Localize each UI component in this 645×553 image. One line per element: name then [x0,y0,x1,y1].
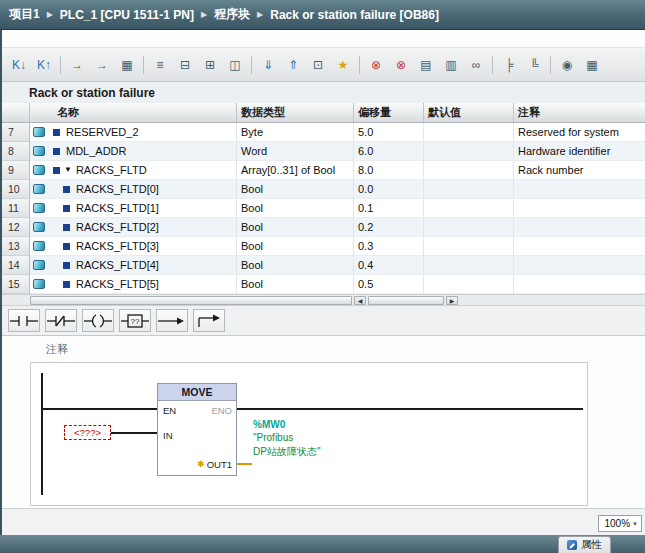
datatype-cell[interactable]: Bool [237,199,354,218]
offset-cell[interactable]: 0.4 [354,256,424,275]
overview-button[interactable]: ▦ [580,54,604,76]
default-value-cell[interactable] [424,256,514,275]
row-number[interactable]: 10 [2,180,30,199]
snapshot-actual-values-button[interactable]: K↑ [32,54,56,76]
default-value-cell[interactable] [424,275,514,294]
header-comment[interactable]: 注释 [514,103,645,122]
default-value-cell[interactable] [424,237,514,256]
import-export-button[interactable]: ▦ [115,54,139,76]
expand-all-button[interactable]: ≡ [148,54,172,76]
row-number[interactable]: 12 [2,218,30,237]
scroll-left-button[interactable]: ◀ [354,296,366,305]
table-row[interactable]: 15 RACKS_FLTD[5] Bool 0.5 [2,275,645,294]
table-row[interactable]: 12 RACKS_FLTD[2] Bool 0.2 [2,218,645,237]
row-number[interactable]: 9 [2,161,30,180]
compare-button[interactable]: ╞ [497,54,521,76]
download-button[interactable]: ⇓ [256,54,280,76]
collapse-all-button[interactable]: ⊟ [173,54,197,76]
datatype-cell[interactable]: Bool [237,218,354,237]
scrollbar-thumb[interactable] [30,296,352,305]
empty-operand-placeholder[interactable]: <???> [64,425,111,440]
row-number[interactable]: 13 [2,237,30,256]
close-branch-button[interactable] [193,309,225,332]
call-structure-button[interactable]: ╚ [522,54,546,76]
row-number[interactable]: 7 [2,123,30,142]
breadcrumb-item-block[interactable]: Rack or station failure [OB86] [270,8,439,22]
move-instruction-box[interactable]: MOVE EN ENO IN ✱ OUT1 [157,383,237,476]
comment-cell[interactable] [514,180,645,199]
datatype-cell[interactable]: Bool [237,237,354,256]
datatype-cell[interactable]: Array[0..31] of Bool [237,161,354,180]
network-comment-label[interactable]: 注释 [46,342,68,357]
offset-cell[interactable]: 6.0 [354,142,424,161]
empty-box-button[interactable]: ?? [119,309,151,332]
scroll-right-button[interactable]: ▶ [446,296,458,305]
row-number[interactable]: 14 [2,256,30,275]
header-datatype[interactable]: 数据类型 [237,103,354,122]
tag-name-cell[interactable]: ▼RACKS_FLTD [30,161,237,180]
breadcrumb-item-project[interactable]: 项目1 [9,6,40,23]
default-value-cell[interactable] [424,218,514,237]
tag-name-cell[interactable]: RACKS_FLTD[5] [30,275,237,294]
comment-cell[interactable]: Hardware identifier [514,142,645,161]
stop-module-button[interactable]: ▥ [439,54,463,76]
properties-tab[interactable]: 属性 [558,536,611,553]
operand-address[interactable]: %MW0 [253,419,285,430]
header-default[interactable]: 默认值 [424,103,514,122]
coil-button[interactable] [82,309,114,332]
zoom-select[interactable]: 100% ▼ [598,515,642,532]
offset-cell[interactable]: 5.0 [354,123,424,142]
datatype-cell[interactable]: Bool [237,180,354,199]
tag-name-cell[interactable]: RACKS_FLTD[3] [30,237,237,256]
table-row[interactable]: 13 RACKS_FLTD[3] Bool 0.3 [2,237,645,256]
default-value-cell[interactable] [424,142,514,161]
table-row[interactable]: 9 ▼RACKS_FLTD Array[0..31] of Bool 8.0 R… [2,161,645,180]
offset-cell[interactable]: 0.5 [354,275,424,294]
comment-cell[interactable] [514,218,645,237]
network-canvas[interactable]: MOVE EN ENO IN ✱ OUT1 <???> %MW0 "Profib… [30,362,588,506]
offset-cell[interactable]: 0.1 [354,199,424,218]
tag-name-cell[interactable]: RACKS_FLTD[0] [30,180,237,199]
upload-button[interactable]: ⇑ [281,54,305,76]
tag-name-cell[interactable]: RACKS_FLTD[2] [30,218,237,237]
table-row[interactable]: 8 MDL_ADDR Word 6.0 Hardware identifier [2,142,645,161]
row-number[interactable]: 15 [2,275,30,294]
default-value-cell[interactable] [424,180,514,199]
absolute-relative-button[interactable]: ⊡ [306,54,330,76]
datatype-cell[interactable]: Word [237,142,354,161]
datatype-cell[interactable]: Bool [237,256,354,275]
favorites-button[interactable]: ★ [331,54,355,76]
offset-cell[interactable]: 0.3 [354,237,424,256]
header-offset[interactable]: 偏移量 [354,103,424,122]
header-name[interactable]: 名称 [30,103,237,122]
tag-name-cell[interactable]: RACKS_FLTD[4] [30,256,237,275]
open-branch-button[interactable] [156,309,188,332]
breadcrumb-item-plc[interactable]: PLC_1 [CPU 1511-1 PN] [60,8,194,22]
expand-caret-icon[interactable]: ▼ [64,166,72,174]
tag-name-cell[interactable]: MDL_ADDR [30,142,237,161]
offset-cell[interactable]: 0.2 [354,218,424,237]
comment-cell[interactable] [514,256,645,275]
table-row[interactable]: 14 RACKS_FLTD[4] Bool 0.4 [2,256,645,275]
comment-cell[interactable] [514,199,645,218]
table-row[interactable]: 11 RACKS_FLTD[1] Bool 0.1 [2,199,645,218]
normally-closed-contact-button[interactable] [45,309,77,332]
table-row[interactable]: 10 RACKS_FLTD[0] Bool 0.0 [2,180,645,199]
comment-cell[interactable] [514,237,645,256]
datatype-cell[interactable]: Byte [237,123,354,142]
breadcrumb-item-program-blocks[interactable]: 程序块 [214,6,250,23]
monitor-button[interactable]: ∞ [464,54,488,76]
load-start-values-button[interactable]: → [90,54,114,76]
insert-row-button[interactable]: ⊞ [198,54,222,76]
cancel-action-button[interactable]: ⊗ [389,54,413,76]
cross-reference-button[interactable]: ◉ [555,54,579,76]
copy-snapshots-button[interactable]: → [65,54,89,76]
offset-cell[interactable]: 0.0 [354,180,424,199]
row-number[interactable]: 11 [2,199,30,218]
datatype-cell[interactable]: Bool [237,275,354,294]
comment-button[interactable]: ◫ [223,54,247,76]
default-value-cell[interactable] [424,123,514,142]
scrollbar-thumb[interactable] [368,296,444,305]
go-offline-button[interactable]: ⊗ [364,54,388,76]
comment-cell[interactable]: Reserved for system [514,123,645,142]
